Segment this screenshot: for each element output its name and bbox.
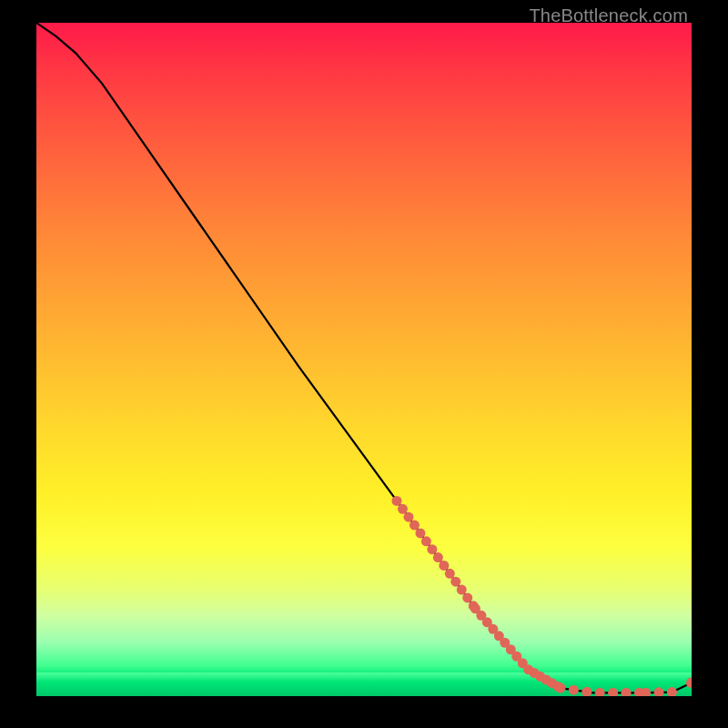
chart-marker: [569, 685, 579, 695]
chart-marker: [667, 687, 677, 696]
chart-marker: [457, 585, 467, 595]
chart-marker: [556, 683, 566, 693]
chart-marker: [622, 688, 632, 696]
chart-marker: [462, 592, 472, 602]
chart-marker: [654, 687, 664, 696]
chart-marker: [450, 577, 460, 587]
chart-marker: [392, 496, 402, 506]
chart-markers: [392, 496, 693, 696]
chart-marker: [398, 504, 408, 514]
chart-overlay: [36, 23, 692, 696]
chart-marker: [439, 561, 449, 571]
chart-marker: [686, 677, 692, 688]
chart-marker: [608, 688, 618, 696]
chart-marker: [421, 536, 431, 546]
chart-marker: [415, 528, 425, 538]
chart-marker: [595, 688, 605, 696]
chart-marker: [581, 687, 592, 696]
chart-plot-area: [36, 23, 692, 696]
chart-marker: [445, 569, 455, 579]
chart-marker: [427, 544, 437, 554]
chart-curve: [36, 23, 692, 693]
chart-marker: [403, 512, 413, 522]
chart-marker: [410, 521, 420, 531]
chart-marker: [433, 552, 443, 562]
